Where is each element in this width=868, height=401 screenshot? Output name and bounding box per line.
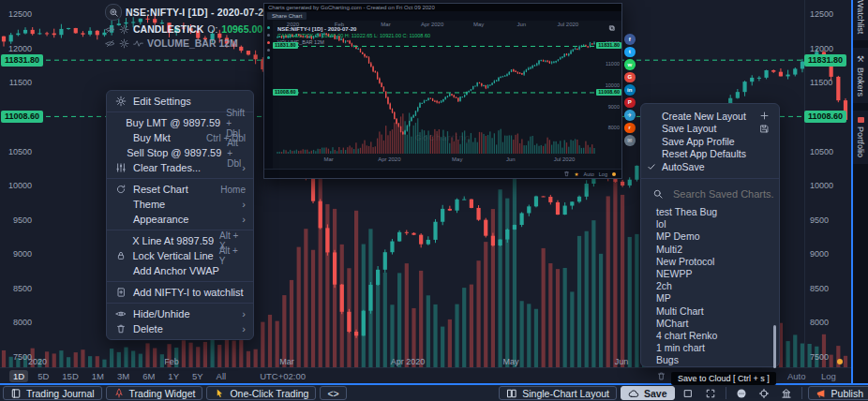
sidebar-tab-watchlist[interactable]: ≡Watchlist — [853, 0, 868, 40]
sidebar-tab-brokers[interactable]: ⚒Brokers — [853, 48, 868, 103]
price-tick: 10000 — [810, 181, 833, 190]
price-tick: 12500 — [810, 9, 833, 19]
timeframe-5d[interactable]: 5D — [34, 370, 52, 382]
toolbar-crosshair-button[interactable] — [755, 388, 773, 399]
chart-snapshot-window[interactable]: Charts generated by GoCharting.com - Cre… — [263, 3, 622, 179]
menu-item-delete[interactable]: Delete› — [107, 321, 253, 336]
log-scale-toggle[interactable]: Log — [821, 371, 836, 381]
menu-item-save-app-profile[interactable]: Save App Profile — [641, 135, 779, 148]
trading-widget-button[interactable]: Trading Widget — [106, 386, 203, 400]
floppy-icon — [759, 124, 770, 134]
menu-item-label: Clear Trades... — [133, 162, 236, 173]
price-tick: 8500 — [810, 284, 829, 293]
delete-drawings-button[interactable] — [656, 371, 666, 381]
volume-settings-button[interactable] — [119, 38, 129, 49]
toolbar-expand-button[interactable] — [701, 388, 720, 399]
hide-volume-button[interactable] — [105, 38, 115, 49]
saved-chart-newpp[interactable]: NEWPP — [641, 267, 779, 279]
single-chart-layout-button[interactable]: Single-Chart Layout — [499, 386, 617, 400]
menu-item-add-anchor-vwap[interactable]: Add Anchor VWAP — [107, 263, 253, 278]
share-twitter-button[interactable]: t — [624, 47, 636, 58]
save-button[interactable]: Save — [621, 386, 675, 400]
saved-chart-lol[interactable]: lol — [641, 218, 779, 230]
auto-scale-toggle[interactable]: Auto — [787, 371, 806, 381]
snapshot-trash-icon — [563, 171, 570, 177]
timeframe-5y[interactable]: 5Y — [188, 370, 207, 382]
price-level-badge: 11831.80 — [804, 54, 846, 67]
share-whatsapp-button[interactable]: w — [624, 59, 636, 70]
symbol-search-button[interactable] — [105, 4, 122, 21]
timeframe-6m[interactable]: 6M — [139, 370, 158, 382]
menu-item-lock-vertical-line[interactable]: Lock Vertical LineAlt + Y — [107, 248, 253, 263]
saved-chart-new-protocol[interactable]: New Protocol — [641, 255, 779, 267]
price-tick: 11500 — [810, 78, 832, 87]
menu-item-buy-lmt-9897-59[interactable]: Buy LMT @ 9897.59Shift + Dbl — [107, 115, 253, 130]
share-facebook-button[interactable]: f — [624, 34, 636, 45]
timeframe-1d[interactable]: 1D — [9, 370, 28, 382]
saved-chart-mp-demo[interactable]: MP Demo — [641, 230, 779, 243]
toolbar-chat-button[interactable] — [732, 388, 751, 399]
menu-item-save-layout[interactable]: Save Layout — [641, 123, 779, 136]
check-icon — [647, 162, 656, 171]
share-reddit-button[interactable]: r — [624, 123, 636, 134]
saved-chart-2ch[interactable]: 2ch — [641, 280, 779, 292]
timezone-label[interactable]: UTC+02:00 — [260, 371, 306, 381]
price-tick: 12500 — [0, 9, 32, 19]
trading-journal-button[interactable]: Trading Journal — [3, 386, 102, 400]
toolbar-bank-button[interactable] — [777, 388, 796, 399]
share-pinterest-button[interactable]: P — [624, 97, 636, 109]
go-to-realtime-dot[interactable] — [837, 359, 843, 364]
chevron-right-icon: › — [242, 162, 246, 173]
menu-item-sell-stop-9897-59[interactable]: Sell Stop @ 9897.59Alt + Dbl — [107, 145, 253, 160]
menu-item-reset-chart[interactable]: Reset ChartHome — [107, 182, 253, 197]
candlestick-settings-button[interactable] — [119, 24, 129, 35]
snapshot-price-tick: 11000 — [606, 61, 620, 67]
copy-snapshot-button[interactable] — [608, 24, 616, 32]
snapshot-level-badge: 11008.60 — [273, 89, 298, 96]
sidebar-tab-portfolio[interactable]: Portfolio — [853, 111, 868, 164]
saved-chart-mchart[interactable]: MChart — [641, 317, 779, 329]
volume-legend: VOLUME_BAR 12M — [147, 37, 238, 49]
share-email-button[interactable]: ✉ — [624, 135, 636, 146]
button-label: Save — [644, 388, 667, 399]
one-click-trading-button[interactable]: One-Click Trading — [206, 386, 316, 400]
menu-item-appearance[interactable]: Appearance› — [107, 212, 253, 227]
share-linkedin-button[interactable]: in — [624, 84, 636, 96]
menu-item-label: Buy Mkt — [133, 132, 201, 143]
share-google-plus-button[interactable]: G — [624, 72, 636, 83]
timeframe-3m[interactable]: 3M — [113, 370, 133, 382]
timeframe-1m[interactable]: 1M — [88, 370, 108, 382]
saved-chart-multi-chart[interactable]: Multi Chart — [641, 304, 779, 317]
menu-item-reset-app-defaults[interactable]: Reset App Defaults — [641, 148, 779, 161]
search-saved-charts-input[interactable] — [671, 187, 778, 200]
saved-chart-mp[interactable]: MP — [641, 292, 779, 304]
timeframe-all[interactable]: All — [213, 370, 231, 382]
menu-item-add-nifty-i-to-watchlist[interactable]: Add NIFTY-I to watchlist — [107, 285, 253, 300]
share-telegram-button[interactable]: ✈ — [624, 110, 636, 121]
snapshot-time-tick: Mar — [323, 156, 333, 162]
menu-item-clear-trades[interactable]: Clear Trades...› — [107, 160, 253, 175]
hide-candlestick-button[interactable] — [105, 24, 115, 35]
menu-item-autosave[interactable]: AutoSave — [641, 160, 779, 173]
timeframe-15d[interactable]: 15D — [58, 370, 82, 382]
gear-icon — [119, 24, 129, 35]
menu-item-theme[interactable]: Theme› — [107, 197, 253, 212]
price-tick: 9000 — [810, 249, 829, 259]
columns-icon — [506, 388, 517, 399]
saved-chart-4-chart-renko[interactable]: 4 chart Renko — [641, 329, 779, 341]
lock-icon — [115, 250, 127, 261]
saved-chart-bugs[interactable]: Bugs — [641, 354, 779, 366]
trash-icon — [656, 371, 666, 381]
item-button[interactable]: <> — [320, 386, 346, 400]
publish-button[interactable]: Publish — [808, 386, 868, 400]
saved-chart-test-thea-bug[interactable]: test Thea Bug — [641, 206, 779, 218]
saved-chart-multi2[interactable]: Multi2 — [641, 243, 779, 255]
menu-item-hide-unhide[interactable]: Hide/Unhide› — [107, 306, 253, 321]
sidebar-dot — [267, 56, 270, 59]
menu-item-label: Hide/Unhide — [133, 308, 236, 319]
menu-item-create-new-layout[interactable]: Create New Layout — [641, 110, 779, 123]
saved-chart-1-min-chart[interactable]: 1 min chart — [641, 342, 779, 354]
panel-scrollbar-thumb[interactable] — [773, 325, 776, 368]
timeframe-1y[interactable]: 1Y — [164, 370, 183, 382]
toolbar-square-button[interactable] — [679, 388, 697, 399]
